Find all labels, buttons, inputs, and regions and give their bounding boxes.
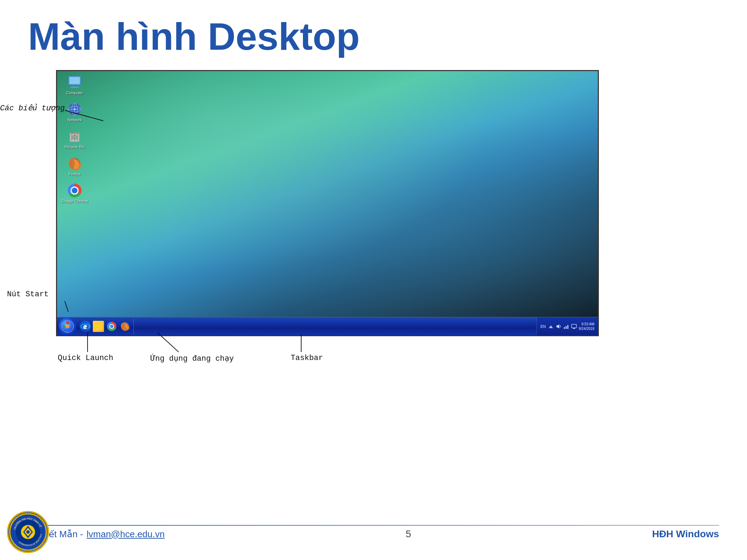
tray-time: 9:53 AM	[579, 322, 595, 326]
quick-launch-area: e	[79, 319, 134, 334]
tray-network-icon[interactable]	[563, 324, 569, 329]
network-icon	[67, 102, 82, 117]
annotation-apps: Ứng dụng đang chạy	[151, 354, 234, 363]
svg-point-21	[81, 322, 89, 331]
desktop-screenshot: Computer Network	[56, 70, 599, 336]
desktop-icon-chrome[interactable]: Google Chrome	[61, 183, 89, 203]
taskbar: e	[57, 317, 598, 335]
page-title: Màn hình Desktop	[28, 14, 360, 58]
recycle-icon	[67, 129, 82, 144]
svg-rect-2	[72, 85, 77, 87]
desktop-icon-network[interactable]: Network	[61, 102, 89, 122]
college-logo: TRƯỜNG ĐẠI HỌC KINH TẾ COLLEGE OF ECONOM…	[7, 511, 49, 553]
svg-point-9	[74, 108, 76, 110]
annotation-quicklaunch: Quick Launch	[58, 354, 113, 362]
logo-circle: TRƯỜNG ĐẠI HỌC KINH TẾ COLLEGE OF ECONOM…	[7, 511, 49, 553]
firefox-icon-label: Firefox	[69, 172, 81, 177]
footer-page-number: 5	[406, 528, 411, 540]
firefox-icon	[67, 156, 82, 171]
svg-point-20	[72, 188, 77, 193]
svg-rect-35	[573, 328, 575, 329]
svg-rect-12	[72, 131, 77, 133]
svg-rect-24	[94, 324, 103, 330]
svg-rect-11	[69, 133, 80, 134]
start-button-inner	[61, 320, 74, 333]
chrome-icon	[67, 183, 82, 198]
taskbar-folder-icon[interactable]	[93, 321, 104, 332]
taskbar-ie-icon[interactable]: e	[79, 321, 91, 332]
svg-rect-34	[572, 324, 576, 328]
annotation-icons: Các biểu tượng	[0, 103, 65, 113]
svg-rect-33	[567, 325, 568, 329]
taskbar-firefox-icon[interactable]	[119, 321, 131, 332]
recycle-icon-label: Recycle Bin	[64, 145, 85, 149]
tray-date: 9/24/2018	[579, 326, 595, 331]
desktop-icons-area: Computer Network	[61, 75, 90, 203]
svg-rect-1	[69, 77, 80, 84]
tray-expand-icon[interactable]	[548, 324, 554, 329]
tray-desktop-icon[interactable]	[571, 324, 577, 329]
svg-text:e: e	[83, 324, 86, 329]
footer-course: HĐH Windows	[652, 528, 719, 540]
svg-point-46	[26, 530, 30, 534]
svg-rect-25	[95, 325, 102, 330]
desktop-icon-recycle[interactable]: Recycle Bin	[61, 129, 89, 149]
svg-point-27	[110, 324, 114, 329]
svg-marker-30	[556, 324, 559, 329]
svg-rect-32	[566, 326, 567, 329]
tray-volume-icon[interactable]	[556, 324, 561, 329]
svg-rect-3	[70, 87, 79, 88]
desktop-wallpaper	[57, 71, 598, 335]
author-email[interactable]: lvman@hce.edu.vn	[87, 529, 165, 540]
network-icon-label: Network	[68, 118, 82, 122]
desktop-icon-firefox[interactable]: Firefox	[61, 156, 89, 177]
desktop-icon-computer[interactable]: Computer	[61, 75, 89, 95]
computer-icon	[67, 75, 82, 90]
annotation-taskbar: Taskbar	[291, 354, 323, 362]
system-tray: EN 9:53 AM 9/24/2018	[537, 317, 598, 336]
start-button[interactable]	[58, 317, 77, 336]
taskbar-chrome-icon[interactable]	[106, 321, 117, 332]
svg-marker-29	[549, 325, 553, 328]
footer: Lê Viết Mẫn - lvman@hce.edu.vn 5 HĐH Win…	[0, 511, 747, 560]
annotation-start: Nút Start	[7, 290, 49, 299]
tray-lang: EN	[540, 324, 546, 329]
footer-content: Lê Viết Mẫn - lvman@hce.edu.vn 5 HĐH Win…	[0, 528, 747, 540]
computer-icon-label: Computer	[66, 91, 83, 95]
chrome-icon-label: Google Chrome	[61, 199, 88, 203]
svg-rect-31	[564, 327, 565, 329]
footer-divider	[28, 525, 719, 526]
